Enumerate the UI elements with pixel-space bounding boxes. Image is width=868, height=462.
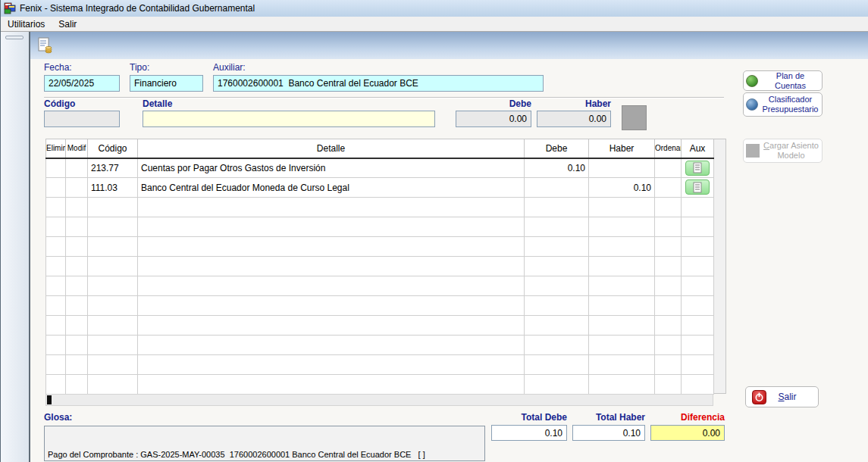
cell-elimin — [46, 217, 66, 237]
cell-haber — [589, 276, 655, 296]
grid-row[interactable]: 111.03Banco Central del Ecuador Moneda d… — [46, 178, 714, 198]
cell-elimin — [46, 198, 66, 217]
cell-detalle — [138, 355, 525, 375]
cell-debe — [525, 276, 589, 296]
cell-codigo — [88, 316, 138, 336]
cell-haber — [589, 217, 655, 237]
menu-salir[interactable]: Salir — [52, 17, 83, 31]
cell-haber — [589, 355, 655, 375]
menu-bar: Utilitarios Salir — [1, 17, 868, 32]
cell-elimin — [46, 257, 66, 276]
clasificador-label: Clasificador Presupuestario — [761, 95, 819, 114]
cell-aux[interactable] — [682, 158, 714, 178]
grid-row[interactable]: 213.77Cuentas por Pagar Otros Gastos de … — [46, 158, 714, 178]
cell-ordenar — [655, 316, 682, 336]
cell-modif — [66, 217, 88, 237]
salir-button[interactable]: Salir — [745, 386, 819, 407]
cell-detalle — [138, 237, 525, 257]
codigo-input[interactable] — [44, 111, 120, 127]
auxiliar-input[interactable] — [213, 75, 544, 92]
grid-horizontal-scrollbar[interactable] — [45, 394, 713, 406]
debe-input[interactable] — [456, 111, 531, 127]
cell-modif — [66, 355, 88, 375]
grid-row-empty[interactable] — [46, 375, 714, 395]
cell-haber — [589, 316, 655, 336]
fecha-input[interactable] — [44, 75, 120, 92]
power-icon — [752, 390, 766, 404]
col-header-elimin: Elimin — [46, 139, 66, 158]
application-window: Fenix - Sistema Integrado de Contabilida… — [0, 0, 868, 462]
glosa-line-1: Pago del Comprobante : GAS-2025-MAY-0003… — [48, 449, 481, 460]
cell-ordenar — [655, 217, 682, 237]
cell-haber — [589, 198, 655, 217]
cell-modif — [66, 316, 88, 336]
cell-aux — [682, 316, 714, 336]
grid-row-empty[interactable] — [46, 237, 714, 257]
grid-row-empty[interactable] — [46, 336, 714, 355]
cell-detalle — [138, 198, 525, 217]
plan-de-cuentas-button[interactable]: Plan de Cuentas — [743, 70, 823, 91]
cell-debe — [525, 336, 589, 355]
cell-codigo — [88, 237, 138, 257]
tipo-input[interactable] — [130, 75, 203, 92]
clasificador-presupuestario-button[interactable]: Clasificador Presupuestario — [743, 92, 823, 117]
grid-body: 213.77Cuentas por Pagar Otros Gastos de … — [46, 158, 714, 395]
cell-aux[interactable] — [682, 178, 714, 198]
splitter-grip[interactable] — [5, 36, 24, 39]
cell-aux — [682, 336, 714, 355]
col-header-modif: Modif — [66, 139, 88, 158]
cell-elimin — [46, 276, 66, 296]
gray-square-icon — [746, 144, 760, 158]
col-header-aux: Aux — [682, 139, 714, 158]
toolbar — [30, 32, 868, 59]
cell-debe — [525, 198, 589, 217]
auxiliar-label: Auxiliar: — [213, 62, 246, 73]
fenix-app-icon — [4, 2, 16, 14]
grid-row-empty[interactable] — [46, 257, 714, 276]
cell-codigo — [88, 355, 138, 375]
cell-modif — [66, 158, 88, 178]
cell-ordenar — [655, 178, 682, 198]
cell-aux — [682, 198, 714, 217]
aux-button[interactable] — [685, 179, 710, 195]
glosa-textarea[interactable]: Pago del Comprobante : GAS-2025-MAY-0003… — [44, 426, 485, 461]
cell-aux — [682, 276, 714, 296]
menu-utilitarios[interactable]: Utilitarios — [1, 17, 52, 31]
cell-codigo — [88, 296, 138, 316]
col-header-ordenar: Ordenar — [655, 139, 682, 158]
haber-input[interactable] — [537, 111, 611, 127]
add-entry-button[interactable] — [622, 105, 647, 130]
cell-haber — [589, 158, 655, 178]
cell-aux — [682, 296, 714, 316]
window-title: Fenix - Sistema Integrado de Contabilida… — [20, 3, 255, 14]
haber-label: Haber — [537, 98, 611, 109]
cargar-asiento-label: Cargar Asiento Modelo — [763, 141, 819, 161]
grid-row-empty[interactable] — [46, 296, 714, 316]
blue-sphere-icon — [746, 98, 758, 111]
total-debe-label: Total Debe — [491, 412, 567, 423]
grid-row-empty[interactable] — [46, 198, 714, 217]
voucher-document-icon[interactable] — [36, 36, 55, 55]
aux-button[interactable] — [685, 161, 710, 176]
cell-ordenar — [655, 237, 682, 257]
cell-codigo — [88, 198, 138, 217]
title-bar[interactable]: Fenix - Sistema Integrado de Contabilida… — [1, 0, 868, 17]
cell-elimin — [46, 355, 66, 375]
grid-row-empty[interactable] — [46, 276, 714, 296]
cell-haber — [589, 375, 655, 395]
cell-detalle — [138, 257, 525, 276]
codigo-label: Código — [44, 98, 75, 109]
cell-ordenar — [655, 296, 682, 316]
grid-row-empty[interactable] — [46, 316, 714, 336]
cell-debe — [525, 296, 589, 316]
detalle-input[interactable] — [143, 111, 435, 127]
grid-vertical-scrollbar[interactable] — [714, 139, 726, 394]
grid-row-empty[interactable] — [46, 217, 714, 237]
scrollbar-thumb[interactable] — [47, 395, 52, 404]
debe-label: Debe — [456, 98, 531, 109]
grid-row-empty[interactable] — [46, 355, 714, 375]
cell-debe — [525, 237, 589, 257]
detalle-label: Detalle — [143, 98, 172, 109]
cell-haber — [589, 336, 655, 355]
cell-ordenar — [655, 257, 682, 276]
